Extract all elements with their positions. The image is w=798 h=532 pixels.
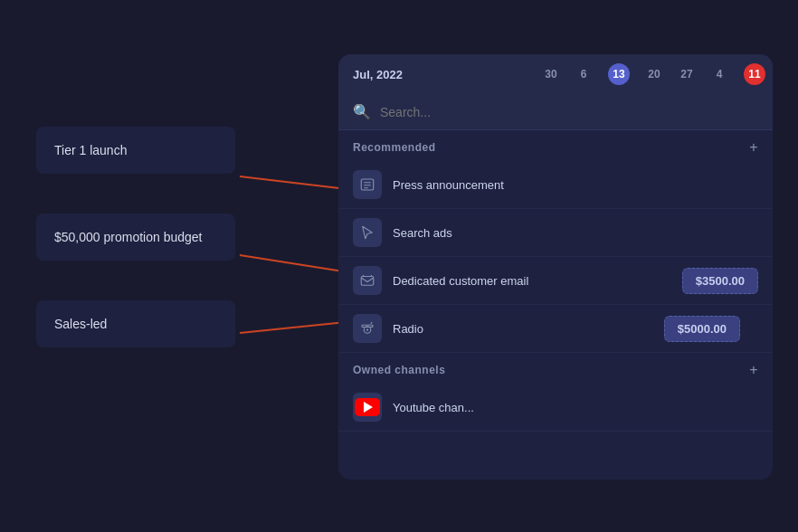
dedicated-email-row[interactable]: Dedicated customer email $3500.00 xyxy=(338,257,773,305)
panel-content: Recommended + Press announcement xyxy=(338,130,773,480)
search-icon: 🔍 xyxy=(353,103,371,120)
sales-card[interactable]: Sales-led xyxy=(36,300,235,347)
search-ads-row[interactable]: Search ads xyxy=(338,209,773,257)
searchads-bar-area xyxy=(537,218,758,247)
svg-line-11 xyxy=(371,322,373,324)
email-icon-container xyxy=(353,266,382,295)
tier1-card[interactable]: Tier 1 launch xyxy=(36,127,235,174)
cal-date-20: 20 xyxy=(646,68,662,81)
email-budget-chip: $3500.00 xyxy=(682,268,758,294)
radio-icon-container xyxy=(353,314,382,343)
arrow-sales xyxy=(240,321,355,333)
radio-budget-chip: $5000.00 xyxy=(664,316,740,342)
arrow-budget xyxy=(240,255,355,273)
search-bar: 🔍 xyxy=(338,94,773,130)
youtube-row[interactable]: Youtube chan... xyxy=(338,384,773,432)
press-icon-container xyxy=(353,170,382,199)
right-panel: Jul, 2022 30 6 13 20 27 4 11 18 🔍 Recomm… xyxy=(338,54,773,480)
svg-point-9 xyxy=(366,328,368,330)
svg-rect-5 xyxy=(361,277,374,286)
tier1-label: Tier 1 launch xyxy=(54,143,127,157)
calendar-dates: 30 6 13 20 27 4 11 18 xyxy=(534,63,773,85)
youtube-name: Youtube chan... xyxy=(393,401,537,414)
cal-date-6: 6 xyxy=(575,68,592,81)
youtube-icon xyxy=(355,398,380,416)
radio-icon xyxy=(359,320,375,337)
radio-row[interactable]: Radio $5000.00 xyxy=(338,305,773,353)
owned-label: Owned channels xyxy=(353,364,445,376)
budget-label: $50,000 promotion budget xyxy=(54,230,202,244)
cal-date-30: 30 xyxy=(543,68,559,81)
dedicated-email-name: Dedicated customer email xyxy=(393,274,537,288)
cal-date-13: 13 xyxy=(608,63,630,85)
search-input[interactable] xyxy=(380,105,758,119)
cal-date-27: 27 xyxy=(679,68,695,81)
cal-date-11: 11 xyxy=(744,63,765,85)
email-bar-area: $3500.00 xyxy=(537,266,758,295)
searchads-icon-container xyxy=(353,218,382,247)
press-bar-area xyxy=(537,170,758,199)
youtube-bar-area xyxy=(537,393,758,422)
budget-card[interactable]: $50,000 promotion budget xyxy=(36,214,235,261)
newspaper-icon xyxy=(359,176,375,193)
recommended-add-button[interactable]: + xyxy=(749,139,758,156)
recommended-label: Recommended xyxy=(353,141,436,154)
arrow-tier1 xyxy=(240,176,355,190)
owned-add-button[interactable]: + xyxy=(749,362,758,378)
owned-section-header: Owned channels + xyxy=(338,353,773,384)
youtube-play-icon xyxy=(364,402,373,413)
press-announcement-row[interactable]: Press announcement xyxy=(338,161,773,209)
radio-bar-area: $5000.00 xyxy=(537,314,758,343)
calendar-header: Jul, 2022 30 6 13 20 27 4 11 18 xyxy=(338,54,773,94)
cal-date-4: 4 xyxy=(711,68,727,81)
radio-budget-value: $5000.00 xyxy=(678,322,727,336)
recommended-section-header: Recommended + xyxy=(338,130,773,161)
email-budget-value: $3500.00 xyxy=(696,274,745,288)
youtube-icon-container xyxy=(353,393,382,422)
email-icon xyxy=(359,272,375,289)
search-ads-name: Search ads xyxy=(393,226,537,240)
sales-label: Sales-led xyxy=(54,317,107,331)
radio-name: Radio xyxy=(393,322,537,336)
cursor-icon xyxy=(359,224,375,241)
calendar-title: Jul, 2022 xyxy=(353,68,534,81)
left-cards-section: Tier 1 launch $50,000 promotion budget S… xyxy=(36,127,235,347)
press-announcement-name: Press announcement xyxy=(393,178,537,192)
